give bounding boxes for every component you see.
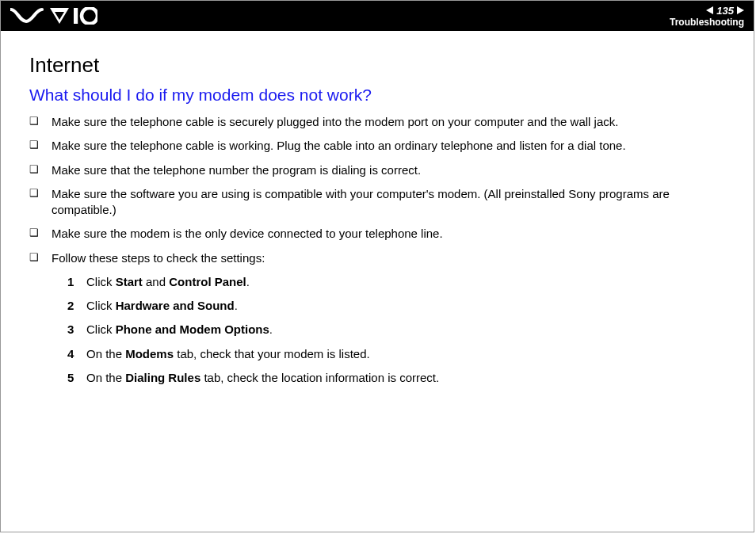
step-number: 3 <box>67 322 86 338</box>
step-item: 4 On the Modems tab, check that your mod… <box>67 346 725 362</box>
question-heading: What should I do if my modem does not wo… <box>29 86 725 105</box>
header-bar: 135 Troubleshooting <box>1 1 754 31</box>
svg-rect-0 <box>74 8 78 24</box>
bullet-icon: ❑ <box>29 114 52 128</box>
bullet-text: Make sure the telephone cable is working… <box>52 138 725 154</box>
bullet-icon: ❑ <box>29 250 52 265</box>
list-item: ❑ Make sure the modem is the only device… <box>29 226 725 242</box>
step-number: 1 <box>67 274 86 290</box>
list-item: ❑ Make sure that the telephone number th… <box>29 162 725 178</box>
step-text: Click Start and Control Panel. <box>86 274 725 290</box>
svg-point-1 <box>82 8 97 24</box>
document-page: { "header": { "page_number": "135", "sec… <box>0 0 754 532</box>
vaio-logo <box>10 7 97 25</box>
bullet-text: Make sure the modem is the only device c… <box>52 226 725 242</box>
step-text: On the Dialing Rules tab, check the loca… <box>86 370 725 386</box>
step-item: 3 Click Phone and Modem Options. <box>67 322 725 338</box>
bullet-icon: ❑ <box>29 226 52 240</box>
step-text: Click Phone and Modem Options. <box>86 322 725 338</box>
bullet-text: Make sure the telephone cable is securel… <box>52 114 725 130</box>
step-number: 4 <box>67 346 86 362</box>
bullet-list: ❑ Make sure the telephone cable is secur… <box>29 114 725 266</box>
bullet-text: Make sure the software you are using is … <box>52 186 725 219</box>
page-nav: 135 <box>706 6 744 16</box>
prev-page-arrow-icon[interactable] <box>706 6 713 14</box>
bullet-icon: ❑ <box>29 186 52 200</box>
next-page-arrow-icon[interactable] <box>737 6 744 14</box>
step-text: Click Hardware and Sound. <box>86 298 725 314</box>
step-item: 2 Click Hardware and Sound. <box>67 298 725 314</box>
step-number: 5 <box>67 370 86 386</box>
step-item: 5 On the Dialing Rules tab, check the lo… <box>67 370 725 386</box>
list-item: ❑ Make sure the telephone cable is secur… <box>29 114 725 130</box>
step-text: On the Modems tab, check that your modem… <box>86 346 725 362</box>
bullet-icon: ❑ <box>29 138 52 152</box>
list-item: ❑ Make sure the software you are using i… <box>29 186 725 219</box>
list-item: ❑ Make sure the telephone cable is worki… <box>29 138 725 154</box>
section-title: Internet <box>29 53 725 78</box>
content-area: Internet What should I do if my modem do… <box>1 31 754 386</box>
list-item: ❑ Follow these steps to check the settin… <box>29 250 725 266</box>
steps-list: 1 Click Start and Control Panel. 2 Click… <box>29 274 725 386</box>
bullet-text: Follow these steps to check the settings… <box>52 250 725 266</box>
step-item: 1 Click Start and Control Panel. <box>67 274 725 290</box>
bullet-icon: ❑ <box>29 162 52 177</box>
header-right: 135 Troubleshooting <box>670 6 744 27</box>
section-link[interactable]: Troubleshooting <box>670 17 744 27</box>
page-number: 135 <box>716 6 734 16</box>
bullet-text: Make sure that the telephone number the … <box>52 162 725 178</box>
step-number: 2 <box>67 298 86 314</box>
